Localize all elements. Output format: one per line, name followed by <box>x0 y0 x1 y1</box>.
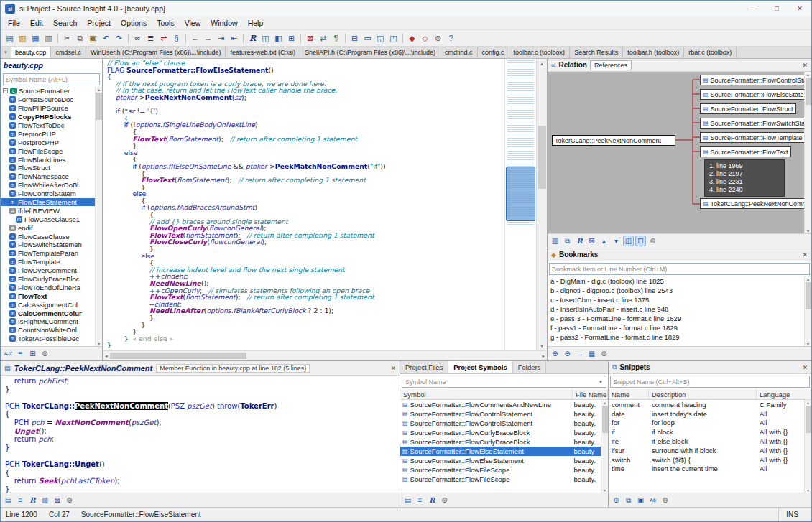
reference-line[interactable]: 4. line 2240 <box>709 186 780 194</box>
scroll-thumb[interactable] <box>602 406 608 433</box>
symbol-item[interactable]: mFormatSourceDoc <box>1 95 95 104</box>
scroll-down-icon[interactable] <box>807 228 809 233</box>
split-window-icon[interactable]: ⊟ <box>349 32 361 45</box>
bookmark-item[interactable]: c - InsertChm - insert.c line 1375 <box>548 295 804 304</box>
rename-snippet-icon[interactable]: Ab <box>647 495 658 505</box>
tab-list-icon[interactable]: ▾ <box>1 47 11 58</box>
symbol-item[interactable]: mFlowToEndOfLineRa <box>1 283 95 292</box>
lock-context-icon[interactable]: ⊠ <box>304 32 316 45</box>
symbol-row[interactable]: ▤SourceFormatter::FlowControlStatementbe… <box>400 409 601 419</box>
scroll-down-icon[interactable] <box>807 488 809 493</box>
menu-options[interactable]: Options <box>116 17 152 29</box>
project-symbol-combo[interactable]: Symbol Name <box>402 376 606 388</box>
menu-tools[interactable]: Tools <box>152 17 180 29</box>
copy-icon[interactable]: ⧉ <box>74 32 86 45</box>
tab-project-files[interactable]: Project Files <box>400 361 448 373</box>
scroll-thumb[interactable] <box>96 93 102 120</box>
compare-files-icon[interactable]: ⇄ <box>317 32 329 45</box>
symbol-item[interactable]: mFlowCurlyBraceBloc <box>1 275 95 284</box>
settings-icon[interactable]: ⊛ <box>660 495 670 505</box>
relation-node[interactable]: ▤SourceFormatter::FlowControlStatemen <box>700 75 811 85</box>
relation-view-icon[interactable]: R <box>427 495 438 505</box>
relation-node[interactable]: ▤SourceFormatter::FlowSwitchStatement <box>700 118 811 129</box>
cut-icon[interactable]: ✂ <box>61 32 73 45</box>
chevron-down-icon[interactable] <box>596 376 606 387</box>
replace-icon[interactable]: ⇌ <box>157 32 170 45</box>
print-icon[interactable]: ▥ <box>42 32 55 45</box>
tile-vertical-icon[interactable]: ◰ <box>387 32 400 45</box>
symbol-search-input[interactable] <box>3 73 100 85</box>
file-tab[interactable]: toolbar.h (toolbox) <box>623 47 684 58</box>
lock-icon[interactable]: ⊠ <box>52 495 63 505</box>
close-relation-icon[interactable]: ✕ <box>802 62 808 69</box>
copy-icon[interactable]: ⧉ <box>562 236 573 246</box>
print-icon[interactable]: ▥ <box>550 236 560 246</box>
symbol-item[interactable]: mFlowPHPSource <box>1 104 95 113</box>
file-tab[interactable]: ShellAPI.h (C:\Program Files (x86)\...\i… <box>300 47 440 58</box>
go-forward-icon[interactable]: → <box>202 32 214 45</box>
symbol-item[interactable]: mFlowElseStatement <box>1 198 95 207</box>
symbol-window-icon[interactable]: ◧ <box>272 32 285 45</box>
menu-edit[interactable]: Edit <box>25 17 48 29</box>
bookmark-item[interactable]: d - InsertIsInAutoPair - insert.c line 9… <box>548 304 804 314</box>
relation-window-icon[interactable]: R <box>246 32 259 45</box>
settings-icon[interactable]: ⊛ <box>647 236 658 246</box>
symbol-row[interactable]: ▤SourceFormatter::FlowElseStatementbeaut… <box>400 456 601 465</box>
copy-snippet-icon[interactable]: ⧉ <box>623 495 634 505</box>
symbol-item[interactable]: mFlowSwitchStatemen <box>1 241 95 249</box>
reference-line[interactable]: 3. line 2231 <box>709 178 780 186</box>
new-snippet-icon[interactable]: ⊕ <box>611 495 622 505</box>
symbol-list-scrollbar[interactable] <box>95 87 102 346</box>
snippet-row[interactable]: ifeif-else blockAll with {} <box>609 437 804 446</box>
scroll-right-icon[interactable] <box>542 353 545 359</box>
relation-node[interactable]: ▤TokerCLang::PeekNextNonComment <box>700 198 811 209</box>
undo-icon[interactable]: ↶ <box>100 32 112 45</box>
save-bookmarks-icon[interactable]: ▦ <box>586 348 597 359</box>
help-icon[interactable]: ? <box>445 32 457 45</box>
symbol-item[interactable]: mFlowWhileAfterDoBl <box>1 181 95 190</box>
bookmark-toggle-icon[interactable]: ◆ <box>406 32 418 45</box>
menu-window[interactable]: Window <box>206 17 242 29</box>
relation-node[interactable]: ▤SourceFormatter::FlowElseStatement <box>700 89 811 100</box>
bookmark-item[interactable]: b - dlgnoti - dlgprop.c (toolbox) line 2… <box>548 286 804 295</box>
symbol-item[interactable]: mIsRightMLComment <box>1 317 95 326</box>
print-icon[interactable]: ▥ <box>40 495 50 505</box>
settings-icon[interactable]: ⊛ <box>432 32 444 45</box>
view-horizontal-icon[interactable]: ◫ <box>623 236 634 246</box>
go-back-icon[interactable]: ← <box>189 32 201 45</box>
bookmark-list-icon[interactable]: ◇ <box>419 32 431 45</box>
sort-alphabetic-icon[interactable]: A-Z <box>3 348 14 359</box>
tab-folders[interactable]: Folders <box>513 361 547 373</box>
file-list-icon[interactable]: ▤ <box>402 495 413 505</box>
symbol-item[interactable]: mFlowTemplate <box>1 258 95 266</box>
add-bookmark-icon[interactable]: ⊕ <box>550 348 560 359</box>
menu-search[interactable]: Search <box>48 17 82 29</box>
symbol-row[interactable]: ▤SourceFormatter::FlowCurlyBraceBlockbea… <box>400 437 601 447</box>
bookmark-item[interactable]: a - DlgMain - dlg.c (toolbox) line 1825 <box>548 276 804 286</box>
symbol-item[interactable]: mFlowOverComment <box>1 266 95 275</box>
context-code[interactable]: return pchFirst;} PCH TokerCLang::PeekNe… <box>1 376 400 493</box>
scroll-up-icon[interactable] <box>537 59 547 68</box>
tab-project-symbols[interactable]: Project Symbols <box>448 361 512 373</box>
reference-line[interactable]: 2. line 2197 <box>709 170 780 178</box>
symbol-item[interactable]: mFlowCaseClause <box>1 232 95 241</box>
scroll-down-icon[interactable] <box>604 488 606 493</box>
symbol-item[interactable]: mCountNonWhiteOnl <box>1 326 95 335</box>
browse-symbols-icon[interactable]: § <box>170 32 183 45</box>
menu-file[interactable]: File <box>3 17 25 29</box>
symbol-item[interactable]: mFlowTextToDoc <box>1 121 95 130</box>
file-tab[interactable]: config.c <box>478 47 509 58</box>
bookmark-item[interactable]: g - pass2 - FormatLine - format.c line 1… <box>548 332 804 342</box>
project-list-scrollbar[interactable] <box>601 400 608 493</box>
scroll-down-icon[interactable] <box>807 341 809 346</box>
close-bookmarks-icon[interactable]: ✕ <box>802 251 808 258</box>
symbol-item[interactable]: #ifdef REVIEW <box>1 206 95 215</box>
symbol-row[interactable]: ▤SourceFormatter::FlowFileScopebeauty. <box>400 465 601 475</box>
expander-icon[interactable]: − <box>3 88 8 93</box>
bookmark-item[interactable]: e - pass 3 - FormatLine - format.c line … <box>548 314 804 323</box>
paste-icon[interactable]: ▣ <box>87 32 99 45</box>
snippet-row[interactable]: dateinsert today's dateAll <box>609 409 804 419</box>
close-snippets-icon[interactable]: ✕ <box>802 364 808 371</box>
bookmark-search-input[interactable] <box>549 263 810 275</box>
editor-horizontal-scrollbar[interactable] <box>103 350 547 360</box>
